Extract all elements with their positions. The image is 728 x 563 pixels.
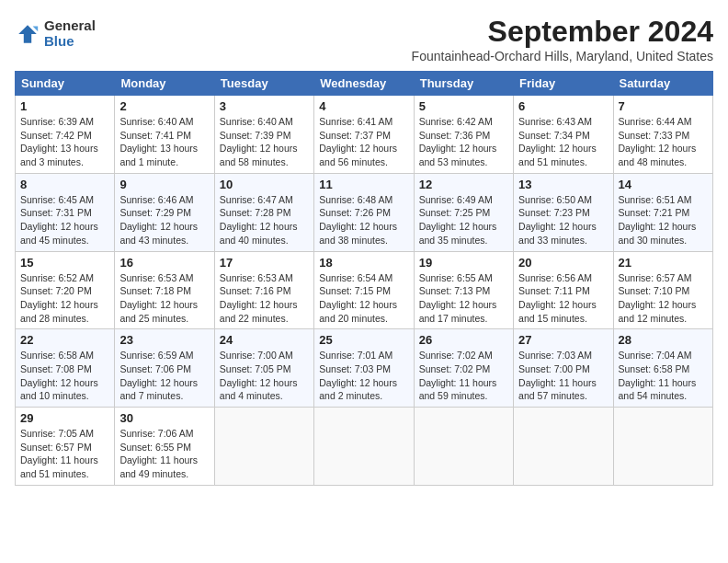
day-number: 7	[619, 99, 708, 113]
day-info: Sunrise: 6:40 AM Sunset: 7:41 PM Dayligh…	[119, 116, 198, 167]
logo-blue-text: Blue	[44, 34, 96, 50]
day-cell: 20Sunrise: 6:56 AM Sunset: 7:11 PM Dayli…	[514, 251, 613, 329]
day-number: 21	[619, 256, 708, 270]
day-cell: 24Sunrise: 7:00 AM Sunset: 7:05 PM Dayli…	[214, 329, 313, 408]
day-number: 4	[319, 99, 408, 113]
day-info: Sunrise: 6:39 AM Sunset: 7:42 PM Dayligh…	[20, 116, 98, 167]
day-number: 28	[619, 333, 708, 347]
calendar: SundayMondayTuesdayWednesdayThursdayFrid…	[15, 71, 713, 486]
day-number: 10	[220, 178, 309, 191]
day-cell: 12Sunrise: 6:49 AM Sunset: 7:25 PM Dayli…	[414, 173, 513, 251]
day-cell: 25Sunrise: 7:01 AM Sunset: 7:03 PM Dayli…	[314, 329, 414, 408]
day-number: 22	[20, 333, 109, 347]
day-info: Sunrise: 6:52 AM Sunset: 7:20 PM Dayligh…	[20, 272, 98, 324]
week-row-5: 29Sunrise: 7:05 AM Sunset: 6:57 PM Dayli…	[16, 408, 713, 486]
day-cell	[514, 408, 613, 486]
day-number: 5	[419, 99, 508, 113]
day-cell: 26Sunrise: 7:02 AM Sunset: 7:02 PM Dayli…	[414, 329, 513, 408]
day-cell	[214, 408, 313, 486]
col-header-monday: Monday	[115, 72, 214, 96]
day-number: 26	[419, 333, 508, 347]
day-info: Sunrise: 6:51 AM Sunset: 7:21 PM Dayligh…	[619, 194, 697, 246]
day-number: 20	[518, 256, 608, 270]
header-row: SundayMondayTuesdayWednesdayThursdayFrid…	[16, 72, 713, 96]
day-number: 30	[119, 411, 209, 425]
day-info: Sunrise: 6:56 AM Sunset: 7:11 PM Dayligh…	[518, 272, 597, 324]
day-cell: 18Sunrise: 6:54 AM Sunset: 7:15 PM Dayli…	[314, 251, 414, 329]
day-cell: 23Sunrise: 6:59 AM Sunset: 7:06 PM Dayli…	[115, 329, 214, 408]
day-cell: 1Sunrise: 6:39 AM Sunset: 7:42 PM Daylig…	[16, 96, 115, 174]
day-number: 16	[119, 256, 209, 270]
day-cell: 8Sunrise: 6:45 AM Sunset: 7:31 PM Daylig…	[16, 173, 115, 251]
day-info: Sunrise: 6:58 AM Sunset: 7:08 PM Dayligh…	[20, 350, 98, 401]
day-info: Sunrise: 7:04 AM Sunset: 6:58 PM Dayligh…	[619, 350, 697, 401]
day-number: 1	[20, 99, 109, 113]
day-number: 14	[619, 178, 708, 191]
day-cell	[613, 408, 712, 486]
day-info: Sunrise: 6:47 AM Sunset: 7:28 PM Dayligh…	[220, 194, 298, 246]
day-cell: 11Sunrise: 6:48 AM Sunset: 7:26 PM Dayli…	[314, 173, 414, 251]
day-info: Sunrise: 6:41 AM Sunset: 7:37 PM Dayligh…	[319, 116, 397, 167]
day-number: 11	[319, 178, 408, 191]
logo-general-text: General	[44, 18, 96, 34]
day-cell: 14Sunrise: 6:51 AM Sunset: 7:21 PM Dayli…	[613, 173, 712, 251]
day-info: Sunrise: 6:59 AM Sunset: 7:06 PM Dayligh…	[119, 350, 198, 401]
day-cell: 13Sunrise: 6:50 AM Sunset: 7:23 PM Dayli…	[514, 173, 613, 251]
week-row-2: 8Sunrise: 6:45 AM Sunset: 7:31 PM Daylig…	[16, 173, 713, 251]
day-cell	[414, 408, 513, 486]
day-info: Sunrise: 6:40 AM Sunset: 7:39 PM Dayligh…	[220, 116, 298, 167]
day-cell: 10Sunrise: 6:47 AM Sunset: 7:28 PM Dayli…	[214, 173, 313, 251]
day-info: Sunrise: 7:06 AM Sunset: 6:55 PM Dayligh…	[119, 428, 198, 479]
day-cell: 3Sunrise: 6:40 AM Sunset: 7:39 PM Daylig…	[214, 96, 313, 174]
day-cell: 4Sunrise: 6:41 AM Sunset: 7:37 PM Daylig…	[314, 96, 414, 174]
day-cell: 28Sunrise: 7:04 AM Sunset: 6:58 PM Dayli…	[613, 329, 712, 408]
day-cell: 27Sunrise: 7:03 AM Sunset: 7:00 PM Dayli…	[514, 329, 613, 408]
day-info: Sunrise: 6:53 AM Sunset: 7:16 PM Dayligh…	[220, 272, 298, 324]
day-info: Sunrise: 6:43 AM Sunset: 7:34 PM Dayligh…	[518, 116, 597, 167]
day-info: Sunrise: 7:02 AM Sunset: 7:02 PM Dayligh…	[419, 350, 497, 401]
day-number: 13	[518, 178, 608, 191]
day-info: Sunrise: 6:49 AM Sunset: 7:25 PM Dayligh…	[419, 194, 497, 246]
day-number: 19	[419, 256, 508, 270]
col-header-friday: Friday	[514, 72, 613, 96]
day-number: 3	[220, 99, 309, 113]
day-info: Sunrise: 7:00 AM Sunset: 7:05 PM Dayligh…	[220, 350, 298, 401]
col-header-thursday: Thursday	[414, 72, 513, 96]
day-number: 15	[20, 256, 109, 270]
week-row-1: 1Sunrise: 6:39 AM Sunset: 7:42 PM Daylig…	[16, 96, 713, 174]
day-info: Sunrise: 6:55 AM Sunset: 7:13 PM Dayligh…	[419, 272, 497, 324]
day-number: 23	[119, 333, 209, 347]
day-number: 25	[319, 333, 408, 347]
day-cell: 29Sunrise: 7:05 AM Sunset: 6:57 PM Dayli…	[16, 408, 115, 486]
day-info: Sunrise: 6:53 AM Sunset: 7:18 PM Dayligh…	[119, 272, 198, 324]
col-header-wednesday: Wednesday	[314, 72, 414, 96]
day-info: Sunrise: 6:50 AM Sunset: 7:23 PM Dayligh…	[518, 194, 597, 246]
day-info: Sunrise: 6:44 AM Sunset: 7:33 PM Dayligh…	[619, 116, 697, 167]
day-info: Sunrise: 7:03 AM Sunset: 7:00 PM Dayligh…	[518, 350, 597, 401]
day-info: Sunrise: 6:45 AM Sunset: 7:31 PM Dayligh…	[20, 194, 98, 246]
day-cell: 15Sunrise: 6:52 AM Sunset: 7:20 PM Dayli…	[16, 251, 115, 329]
day-cell: 16Sunrise: 6:53 AM Sunset: 7:18 PM Dayli…	[115, 251, 214, 329]
day-cell: 6Sunrise: 6:43 AM Sunset: 7:34 PM Daylig…	[514, 96, 613, 174]
title-area: September 2024 Fountainhead-Orchard Hill…	[412, 15, 713, 63]
col-header-sunday: Sunday	[16, 72, 115, 96]
day-info: Sunrise: 6:54 AM Sunset: 7:15 PM Dayligh…	[319, 272, 397, 324]
logo-text: General Blue	[44, 18, 96, 49]
day-info: Sunrise: 6:57 AM Sunset: 7:10 PM Dayligh…	[619, 272, 697, 324]
day-number: 2	[119, 99, 209, 113]
week-row-3: 15Sunrise: 6:52 AM Sunset: 7:20 PM Dayli…	[16, 251, 713, 329]
day-cell: 21Sunrise: 6:57 AM Sunset: 7:10 PM Dayli…	[613, 251, 712, 329]
day-cell	[314, 408, 414, 486]
day-cell: 30Sunrise: 7:06 AM Sunset: 6:55 PM Dayli…	[115, 408, 214, 486]
day-number: 27	[518, 333, 608, 347]
day-number: 17	[220, 256, 309, 270]
day-info: Sunrise: 7:01 AM Sunset: 7:03 PM Dayligh…	[319, 350, 397, 401]
day-number: 18	[319, 256, 408, 270]
day-cell: 2Sunrise: 6:40 AM Sunset: 7:41 PM Daylig…	[115, 96, 214, 174]
day-cell: 7Sunrise: 6:44 AM Sunset: 7:33 PM Daylig…	[613, 96, 712, 174]
day-number: 24	[220, 333, 309, 347]
day-info: Sunrise: 6:46 AM Sunset: 7:29 PM Dayligh…	[119, 194, 198, 246]
day-number: 29	[20, 411, 109, 425]
logo: General Blue	[15, 18, 96, 49]
main-title: September 2024	[412, 15, 713, 49]
